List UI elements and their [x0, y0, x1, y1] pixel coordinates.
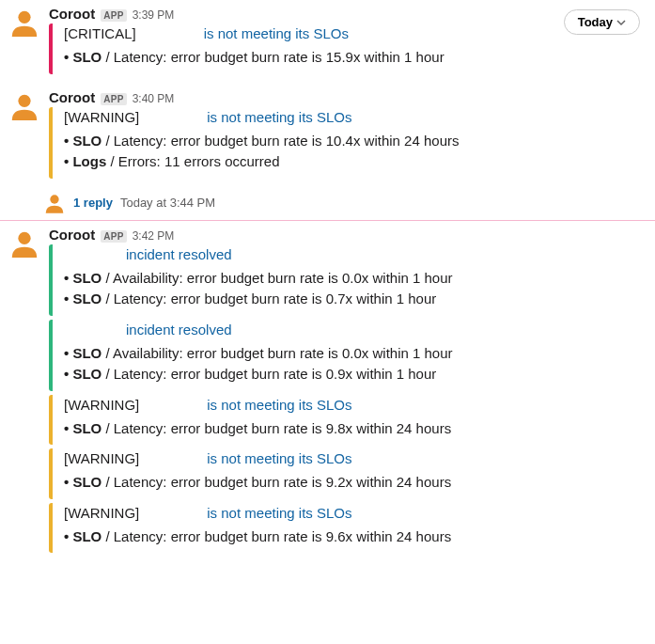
attachment-link[interactable]: incident resolved: [126, 246, 232, 262]
attachment-status: [WARNING]: [64, 505, 139, 521]
avatar[interactable]: [8, 89, 41, 123]
attachment-header: incident resolved: [64, 246, 647, 262]
attachment: [WARNING]is not meeting its SLOs• SLO / …: [49, 395, 647, 446]
message-header: CorootAPP3:40 PM: [49, 89, 647, 105]
attachment-link[interactable]: is not meeting its SLOs: [207, 505, 351, 521]
line-text: / Availability: error budget burn rate i…: [101, 345, 452, 361]
bullet: •: [64, 270, 72, 286]
reply-count[interactable]: 1 reply: [73, 196, 113, 210]
line-text: / Latency: error budget burn rate is 10.…: [101, 133, 459, 149]
message-header: CorootAPP3:42 PM: [49, 227, 647, 243]
attachment-header: [WARNING]is not meeting its SLOs: [64, 450, 647, 466]
bullet: •: [64, 474, 72, 490]
attachment-status: [WARNING]: [64, 397, 139, 413]
app-badge: APP: [101, 93, 126, 105]
attachment-line: • SLO / Latency: error budget burn rate …: [64, 526, 647, 548]
svg-point-1: [18, 94, 30, 106]
attachment: [WARNING]is not meeting its SLOs• SLO / …: [49, 503, 647, 554]
timestamp[interactable]: 3:39 PM: [133, 8, 175, 22]
bullet: •: [64, 420, 72, 436]
line-label: SLO: [72, 366, 101, 382]
line-label: SLO: [72, 420, 101, 436]
attachment-line: • SLO / Latency: error budget burn rate …: [64, 47, 647, 69]
svg-point-2: [50, 195, 58, 203]
line-label: SLO: [72, 49, 101, 65]
line-text: / Availability: error budget burn rate i…: [101, 270, 452, 286]
attachment-status: [WARNING]: [64, 109, 139, 125]
line-text: / Latency: error budget burn rate is 0.7…: [101, 291, 436, 306]
line-label: SLO: [72, 345, 101, 361]
attachment-link[interactable]: is not meeting its SLOs: [207, 109, 351, 125]
svg-point-3: [18, 231, 30, 243]
sender-name[interactable]: Coroot: [49, 89, 95, 105]
attachment-status: [CRITICAL]: [64, 25, 136, 41]
svg-point-0: [18, 11, 30, 24]
message-list: CorootAPP3:39 PM[CRITICAL]is not meeting…: [0, 0, 655, 562]
bullet: •: [64, 133, 72, 149]
attachment-line: • SLO / Latency: error budget burn rate …: [64, 289, 647, 310]
message-header: CorootAPP3:39 PM: [49, 6, 647, 22]
line-text: / Latency: error budget burn rate is 9.8…: [101, 420, 451, 436]
attachment: [WARNING]is not meeting its SLOs• SLO / …: [49, 448, 647, 499]
sender-name[interactable]: Coroot: [49, 227, 95, 243]
attachment-line: • SLO / Availability: error budget burn …: [64, 343, 647, 365]
app-badge: APP: [101, 9, 126, 22]
bullet: •: [64, 49, 72, 65]
line-text: / Latency: error budget burn rate is 0.9…: [101, 366, 436, 382]
line-label: SLO: [72, 270, 101, 286]
line-label: SLO: [72, 528, 101, 544]
line-label: SLO: [72, 291, 101, 306]
attachment-header: [WARNING]is not meeting its SLOs: [64, 397, 647, 413]
message: CorootAPP3:40 PM[WARNING]is not meeting …: [0, 84, 655, 188]
reply-timestamp: Today at 3:44 PM: [120, 196, 215, 210]
app-badge: APP: [101, 230, 126, 243]
attachment: incident resolved• SLO / Availability: e…: [49, 244, 647, 316]
line-text: / Latency: error budget burn rate is 9.2…: [101, 474, 451, 490]
attachment-link[interactable]: is not meeting its SLOs: [207, 450, 351, 466]
attachment-status: [WARNING]: [64, 450, 139, 466]
message-body: CorootAPP3:40 PM[WARNING]is not meeting …: [49, 89, 647, 182]
attachment-link[interactable]: is not meeting its SLOs: [204, 25, 349, 41]
bullet: •: [64, 291, 72, 306]
attachment-header: [CRITICAL]is not meeting its SLOs: [64, 25, 647, 41]
attachment-line: • SLO / Latency: error budget burn rate …: [64, 131, 647, 152]
thread-replies[interactable]: 1 replyToday at 3:44 PM: [0, 188, 655, 220]
attachment-header: [WARNING]is not meeting its SLOs: [64, 505, 647, 521]
attachment-link[interactable]: is not meeting its SLOs: [207, 397, 351, 413]
timestamp[interactable]: 3:42 PM: [133, 229, 175, 243]
avatar[interactable]: [8, 227, 41, 260]
attachment-line: • SLO / Availability: error budget burn …: [64, 268, 647, 290]
line-label: SLO: [72, 133, 101, 149]
bullet: •: [64, 153, 72, 169]
bullet: •: [64, 345, 72, 361]
line-label: Logs: [72, 153, 106, 169]
attachment: [CRITICAL]is not meeting its SLOs• SLO /…: [49, 24, 647, 74]
reply-avatar: [43, 192, 66, 214]
message-body: CorootAPP3:39 PM[CRITICAL]is not meeting…: [49, 6, 647, 78]
line-text: / Latency: error budget burn rate is 9.6…: [101, 528, 451, 544]
attachment-link[interactable]: incident resolved: [126, 322, 232, 338]
avatar[interactable]: [8, 6, 41, 39]
attachment-header: [WARNING]is not meeting its SLOs: [64, 109, 647, 125]
message-body: CorootAPP3:42 PMincident resolved• SLO /…: [49, 227, 647, 558]
attachment-line: • SLO / Latency: error budget burn rate …: [64, 418, 647, 440]
attachment-header: incident resolved: [64, 322, 647, 338]
line-label: SLO: [72, 474, 101, 490]
sender-name[interactable]: Coroot: [49, 6, 95, 22]
attachment: [WARNING]is not meeting its SLOs• SLO / …: [49, 107, 647, 179]
attachment-line: • SLO / Latency: error budget burn rate …: [64, 472, 647, 494]
message: CorootAPP3:42 PMincident resolved• SLO /…: [0, 221, 655, 563]
attachment-line: • Logs / Errors: 11 errors occurred: [64, 151, 647, 173]
line-text: / Latency: error budget burn rate is 15.…: [101, 49, 444, 65]
bullet: •: [64, 528, 72, 544]
bullet: •: [64, 366, 72, 382]
line-text: / Errors: 11 errors occurred: [106, 153, 279, 169]
attachment-line: • SLO / Latency: error budget burn rate …: [64, 364, 647, 385]
message: CorootAPP3:39 PM[CRITICAL]is not meeting…: [0, 0, 655, 84]
timestamp[interactable]: 3:40 PM: [133, 92, 175, 105]
attachment: incident resolved• SLO / Availability: e…: [49, 320, 647, 391]
